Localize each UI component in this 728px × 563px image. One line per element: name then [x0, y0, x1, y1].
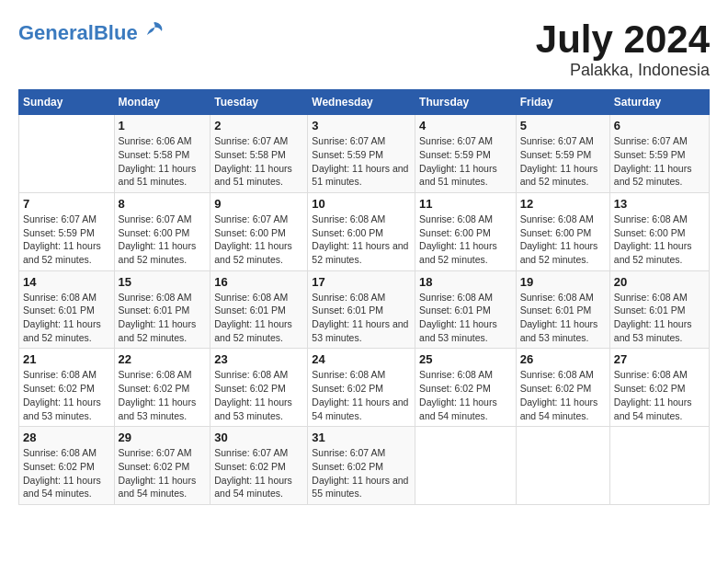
day-number: 19: [520, 275, 606, 289]
calendar-cell: 24Sunrise: 6:08 AMSunset: 6:02 PMDayligh…: [308, 349, 415, 427]
day-info: Sunrise: 6:08 AMSunset: 6:00 PMDaylight:…: [419, 213, 512, 267]
day-info: Sunrise: 6:07 AMSunset: 5:59 PMDaylight:…: [520, 134, 606, 189]
day-number: 18: [419, 275, 512, 289]
week-row-1: 1Sunrise: 6:06 AMSunset: 5:58 PMDaylight…: [19, 115, 710, 193]
week-row-2: 7Sunrise: 6:07 AMSunset: 5:59 PMDaylight…: [19, 192, 710, 270]
calendar-cell: 26Sunrise: 6:08 AMSunset: 6:02 PMDayligh…: [516, 349, 609, 427]
calendar-cell: 7Sunrise: 6:07 AMSunset: 5:59 PMDaylight…: [19, 192, 115, 270]
day-number: 7: [23, 197, 110, 211]
calendar-cell: 2Sunrise: 6:07 AMSunset: 5:58 PMDaylight…: [210, 115, 308, 193]
calendar-cell: 20Sunrise: 6:08 AMSunset: 6:01 PMDayligh…: [609, 270, 709, 349]
day-number: 24: [312, 352, 411, 366]
logo-text: GeneralBlue: [18, 23, 138, 43]
day-info: Sunrise: 6:08 AMSunset: 6:02 PMDaylight:…: [214, 368, 303, 422]
day-info: Sunrise: 6:08 AMSunset: 6:01 PMDaylight:…: [119, 291, 207, 345]
day-number: 31: [312, 431, 411, 444]
day-number: 11: [419, 197, 512, 211]
day-number: 20: [614, 275, 705, 289]
day-number: 1: [119, 119, 207, 132]
calendar-cell: 31Sunrise: 6:07 AMSunset: 6:02 PMDayligh…: [308, 427, 415, 505]
day-number: 30: [214, 431, 303, 444]
calendar-cell: 21Sunrise: 6:08 AMSunset: 6:02 PMDayligh…: [19, 349, 115, 427]
day-info: Sunrise: 6:08 AMSunset: 6:02 PMDaylight:…: [23, 446, 110, 500]
day-number: 3: [312, 119, 411, 132]
day-info: Sunrise: 6:08 AMSunset: 6:01 PMDaylight:…: [520, 291, 606, 345]
calendar-cell: 14Sunrise: 6:08 AMSunset: 6:01 PMDayligh…: [19, 270, 115, 349]
weekday-header-sunday: Sunday: [19, 90, 115, 115]
calendar-cell: 17Sunrise: 6:08 AMSunset: 6:01 PMDayligh…: [308, 270, 415, 349]
logo: GeneralBlue: [18, 18, 167, 48]
day-info: Sunrise: 6:07 AMSunset: 6:02 PMDaylight:…: [119, 446, 207, 500]
day-info: Sunrise: 6:08 AMSunset: 6:00 PMDaylight:…: [520, 213, 606, 267]
day-number: 26: [520, 352, 606, 366]
day-info: Sunrise: 6:08 AMSunset: 6:01 PMDaylight:…: [614, 291, 705, 345]
day-info: Sunrise: 6:08 AMSunset: 6:02 PMDaylight:…: [23, 368, 110, 422]
calendar-cell: 22Sunrise: 6:08 AMSunset: 6:02 PMDayligh…: [114, 349, 210, 427]
weekday-header-wednesday: Wednesday: [308, 90, 415, 115]
day-info: Sunrise: 6:08 AMSunset: 6:02 PMDaylight:…: [312, 368, 411, 422]
weekday-header-thursday: Thursday: [415, 90, 517, 115]
day-info: Sunrise: 6:07 AMSunset: 5:58 PMDaylight:…: [214, 134, 303, 189]
day-info: Sunrise: 6:08 AMSunset: 6:01 PMDaylight:…: [23, 291, 110, 345]
calendar-cell: [415, 427, 517, 505]
day-number: 22: [119, 352, 207, 366]
weekday-header-row: SundayMondayTuesdayWednesdayThursdayFrid…: [19, 90, 710, 115]
day-info: Sunrise: 6:08 AMSunset: 6:01 PMDaylight:…: [419, 291, 512, 345]
day-number: 14: [23, 275, 110, 289]
calendar-cell: 25Sunrise: 6:08 AMSunset: 6:02 PMDayligh…: [415, 349, 517, 427]
calendar-cell: 27Sunrise: 6:08 AMSunset: 6:02 PMDayligh…: [609, 349, 709, 427]
day-info: Sunrise: 6:07 AMSunset: 5:59 PMDaylight:…: [23, 213, 110, 267]
day-number: 9: [214, 197, 303, 211]
day-number: 6: [614, 119, 705, 132]
week-row-5: 28Sunrise: 6:08 AMSunset: 6:02 PMDayligh…: [19, 427, 710, 505]
day-number: 8: [119, 197, 207, 211]
day-number: 27: [614, 352, 705, 366]
calendar-cell: 16Sunrise: 6:08 AMSunset: 6:01 PMDayligh…: [210, 270, 308, 349]
day-info: Sunrise: 6:07 AMSunset: 6:02 PMDaylight:…: [214, 446, 303, 500]
calendar-cell: 1Sunrise: 6:06 AMSunset: 5:58 PMDaylight…: [114, 115, 210, 193]
day-number: 10: [312, 197, 411, 211]
day-info: Sunrise: 6:08 AMSunset: 6:01 PMDaylight:…: [214, 291, 303, 345]
calendar-cell: 23Sunrise: 6:08 AMSunset: 6:02 PMDayligh…: [210, 349, 308, 427]
subtitle: Palakka, Indonesia: [536, 61, 710, 80]
calendar-cell: 13Sunrise: 6:08 AMSunset: 6:00 PMDayligh…: [609, 192, 709, 270]
day-number: 15: [119, 275, 207, 289]
day-info: Sunrise: 6:07 AMSunset: 6:00 PMDaylight:…: [214, 213, 303, 267]
calendar-cell: 15Sunrise: 6:08 AMSunset: 6:01 PMDayligh…: [114, 270, 210, 349]
calendar-cell: 10Sunrise: 6:08 AMSunset: 6:00 PMDayligh…: [308, 192, 415, 270]
calendar-cell: 5Sunrise: 6:07 AMSunset: 5:59 PMDaylight…: [516, 115, 609, 193]
calendar-cell: 19Sunrise: 6:08 AMSunset: 6:01 PMDayligh…: [516, 270, 609, 349]
day-number: 4: [419, 119, 512, 132]
day-number: 28: [23, 431, 110, 444]
calendar-table: SundayMondayTuesdayWednesdayThursdayFrid…: [18, 89, 710, 505]
day-info: Sunrise: 6:08 AMSunset: 6:02 PMDaylight:…: [419, 368, 512, 422]
weekday-header-monday: Monday: [114, 90, 210, 115]
logo-bird-icon: [142, 18, 167, 48]
day-info: Sunrise: 6:08 AMSunset: 6:00 PMDaylight:…: [312, 213, 411, 267]
day-number: 16: [214, 275, 303, 289]
calendar-cell: 18Sunrise: 6:08 AMSunset: 6:01 PMDayligh…: [415, 270, 517, 349]
day-info: Sunrise: 6:07 AMSunset: 6:02 PMDaylight:…: [312, 446, 411, 500]
day-number: 25: [419, 352, 512, 366]
calendar-cell: 12Sunrise: 6:08 AMSunset: 6:00 PMDayligh…: [516, 192, 609, 270]
day-info: Sunrise: 6:07 AMSunset: 5:59 PMDaylight:…: [312, 134, 411, 189]
calendar-cell: 28Sunrise: 6:08 AMSunset: 6:02 PMDayligh…: [19, 427, 115, 505]
calendar-cell: 30Sunrise: 6:07 AMSunset: 6:02 PMDayligh…: [210, 427, 308, 505]
day-info: Sunrise: 6:08 AMSunset: 6:02 PMDaylight:…: [614, 368, 705, 422]
week-row-3: 14Sunrise: 6:08 AMSunset: 6:01 PMDayligh…: [19, 270, 710, 349]
week-row-4: 21Sunrise: 6:08 AMSunset: 6:02 PMDayligh…: [19, 349, 710, 427]
calendar-cell: [609, 427, 709, 505]
day-info: Sunrise: 6:07 AMSunset: 5:59 PMDaylight:…: [419, 134, 512, 189]
calendar-cell: 29Sunrise: 6:07 AMSunset: 6:02 PMDayligh…: [114, 427, 210, 505]
day-number: 17: [312, 275, 411, 289]
day-info: Sunrise: 6:08 AMSunset: 6:02 PMDaylight:…: [520, 368, 606, 422]
day-info: Sunrise: 6:07 AMSunset: 6:00 PMDaylight:…: [119, 213, 207, 267]
calendar-cell: 8Sunrise: 6:07 AMSunset: 6:00 PMDaylight…: [114, 192, 210, 270]
day-info: Sunrise: 6:08 AMSunset: 6:02 PMDaylight:…: [119, 368, 207, 422]
title-block: July 2024 Palakka, Indonesia: [536, 18, 710, 80]
weekday-header-tuesday: Tuesday: [210, 90, 308, 115]
day-number: 29: [119, 431, 207, 444]
day-info: Sunrise: 6:08 AMSunset: 6:01 PMDaylight:…: [312, 291, 411, 345]
main-title: July 2024: [536, 18, 710, 61]
day-number: 2: [214, 119, 303, 132]
